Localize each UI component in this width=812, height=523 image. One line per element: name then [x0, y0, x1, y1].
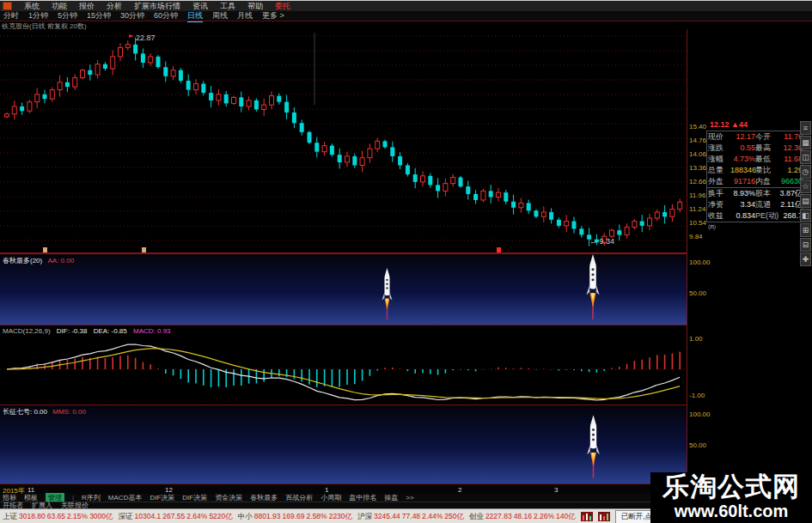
period-tab[interactable]: 60分钟 — [154, 10, 178, 21]
panel-axis-label: 50.00 — [689, 441, 715, 449]
indicator-value: AA: 0.00 — [47, 257, 74, 265]
quote-box-secondary: 换手8.93%股本3.87亿净资3.34流通2.11亿收益㈣0.834PE(动)… — [706, 188, 803, 222]
index-change: 267.55 — [162, 512, 185, 520]
quote-label: 量比 — [755, 165, 778, 176]
period-tab[interactable]: 5分钟 — [58, 10, 77, 21]
indicator-value: MMS: 0.00 — [52, 408, 86, 416]
price-axis-label: 14.76 — [689, 137, 715, 144]
clock-icon[interactable]: ◷ — [800, 165, 811, 179]
quote-label: 最低 — [755, 154, 778, 165]
move-icon[interactable]: ✚ — [800, 252, 811, 266]
index-amount: 250亿 — [444, 512, 464, 520]
index-amount: 5220亿 — [209, 512, 232, 520]
price-axis-label: 13.36 — [689, 164, 715, 172]
macd-panel[interactable]: MACD(12,26,9) DIF: -0.38 DEA: -0.85 MACD… — [0, 325, 687, 404]
watermark-title: 乐淘公式网 — [650, 472, 812, 501]
quote-value: 2.11亿 — [778, 199, 803, 210]
mini-chart-icon[interactable] — [598, 512, 610, 521]
grid-icon[interactable]: ▦ — [800, 136, 811, 149]
quote-label: 股本 — [755, 188, 778, 199]
price-axis-label: 10.54 — [689, 219, 715, 227]
index-percent: 2.58% — [307, 512, 327, 520]
right-toolbar: ≡▦◫◷☆▤◧⊞⊟✚ — [800, 121, 812, 266]
quote-value: 0.55 — [730, 143, 755, 154]
rocket-signal-icon — [583, 415, 603, 482]
index-amount: 3000亿 — [89, 512, 113, 520]
panel-axis-label: 50.00 — [689, 289, 715, 297]
period-tab[interactable]: 30分钟 — [120, 10, 144, 21]
plus-grid-icon[interactable]: ⊞ — [800, 223, 811, 237]
panel-axis-label: 1.00 — [689, 335, 715, 343]
watermark-url: www.60lt.com — [650, 501, 812, 521]
quote-value: 3.34 — [730, 199, 755, 210]
svg-text:← 9.34: ← 9.34 — [589, 237, 614, 246]
period-tab[interactable]: 1分钟 — [28, 10, 48, 21]
rocket-signal-icon — [583, 254, 603, 323]
quote-row: 外盘91716内盘96630 — [707, 176, 802, 187]
quote-label: 最高 — [755, 143, 778, 154]
index-quote[interactable]: 创业2227.8348.162.26%140亿 — [469, 512, 576, 522]
indicator-panel-chunqiu[interactable]: 春秋最多(20) AA: 0.00 — [0, 252, 687, 325]
chart-icon[interactable]: ◫ — [800, 150, 811, 164]
quote-row: 现价12.17今开11.76 — [707, 131, 802, 143]
index-amount: 140亿 — [556, 512, 576, 520]
quote-value: 0.834 — [730, 210, 755, 233]
minus-grid-icon[interactable]: ⊟ — [800, 238, 811, 252]
app-window: 系统功能报价分析扩展市场行情资讯工具帮助委托 分时1分钟5分钟15分钟30分钟6… — [0, 0, 812, 523]
period-tab[interactable]: 15分钟 — [87, 10, 111, 21]
quote-value: 1.29 — [778, 165, 803, 176]
quote-value: 188346 — [730, 165, 755, 176]
index-value: 8801.93 — [254, 512, 281, 520]
index-amount: 2230亿 — [329, 512, 352, 520]
period-tab[interactable]: 日线 — [187, 10, 203, 22]
doc-icon[interactable]: ▤ — [800, 194, 811, 208]
indicator-panel-changzheng[interactable]: 长征七号: 0.00 MMS: 0.00 — [0, 404, 687, 483]
candlestick-chart[interactable]: 22.87← 9.34 — [0, 29, 687, 251]
index-change: 169.69 — [283, 512, 305, 520]
quote-row: 涨跌0.55最高12.30 — [707, 143, 802, 154]
price-axis-label: 11.24 — [689, 205, 715, 213]
quote-value: 11.68 — [778, 154, 803, 165]
mini-chart-icon[interactable] — [581, 512, 593, 521]
chart-right-border — [687, 29, 687, 483]
index-quote[interactable]: 深证10304.1267.552.64%5220亿 — [119, 512, 233, 522]
price-axis-label: 9.84 — [689, 233, 715, 240]
svg-text:22.87: 22.87 — [136, 33, 156, 42]
index-value: 3245.44 — [374, 512, 400, 520]
price-axis-label: 15.40 — [689, 123, 715, 131]
star-icon[interactable]: ☆ — [800, 179, 811, 193]
layout-icon[interactable]: ◧ — [800, 209, 811, 222]
macd-svg — [0, 325, 686, 404]
index-quotes: 上证3018.8063.652.15%3000亿深证10304.1267.552… — [3, 512, 576, 522]
quote-row: 收益㈣0.834PE(动)268.7 — [707, 210, 802, 222]
quote-value: 91716 — [730, 176, 755, 187]
period-tab[interactable]: 月线 — [237, 10, 253, 21]
quote-cursor-readout: 12.12 ▲44 — [706, 119, 803, 131]
period-tab[interactable]: 更多 > — [262, 10, 284, 21]
indicator-label: 春秋最多(20) AA: 0.00 — [3, 256, 74, 265]
price-axis-label: 11.96 — [689, 192, 715, 199]
index-quote[interactable]: 沪深3245.4477.482.44%250亿 — [357, 512, 464, 522]
indicator-label: 长征七号: 0.00 MMS: 0.00 — [3, 407, 86, 417]
quote-box-primary: 现价12.17今开11.76涨跌0.55最高12.30涨幅4.73%最低11.6… — [706, 131, 803, 188]
period-tab[interactable]: 分时 — [3, 10, 19, 21]
macd-dea-value: DEA: -0.85 — [94, 327, 127, 335]
index-name: 深证 — [119, 512, 133, 520]
index-value: 10304.1 — [135, 512, 162, 520]
indicator-name: 春秋最多(20) — [3, 257, 42, 265]
index-name: 上证 — [3, 512, 17, 520]
quote-value: 8.93% — [730, 188, 755, 199]
quote-label: 内盘 — [755, 176, 778, 187]
index-percent: 2.64% — [186, 512, 207, 520]
index-name: 中小 — [238, 512, 253, 520]
panel-axis-label: -1.00 — [689, 392, 715, 399]
list-icon[interactable]: ≡ — [800, 121, 811, 135]
indicator-tab[interactable]: >> — [406, 494, 413, 502]
quote-panel: 12.12 ▲44 现价12.17今开11.76涨跌0.55最高12.30涨幅4… — [706, 119, 803, 222]
index-quote[interactable]: 中小8801.93169.692.58%2230亿 — [238, 512, 352, 522]
panel-axis-label: 100.00 — [689, 410, 715, 418]
index-quote[interactable]: 上证3018.8063.652.15%3000亿 — [3, 512, 113, 522]
index-name: 沪深 — [357, 512, 372, 520]
period-tab[interactable]: 周线 — [212, 10, 228, 21]
quote-value: 12.30 — [778, 143, 803, 154]
